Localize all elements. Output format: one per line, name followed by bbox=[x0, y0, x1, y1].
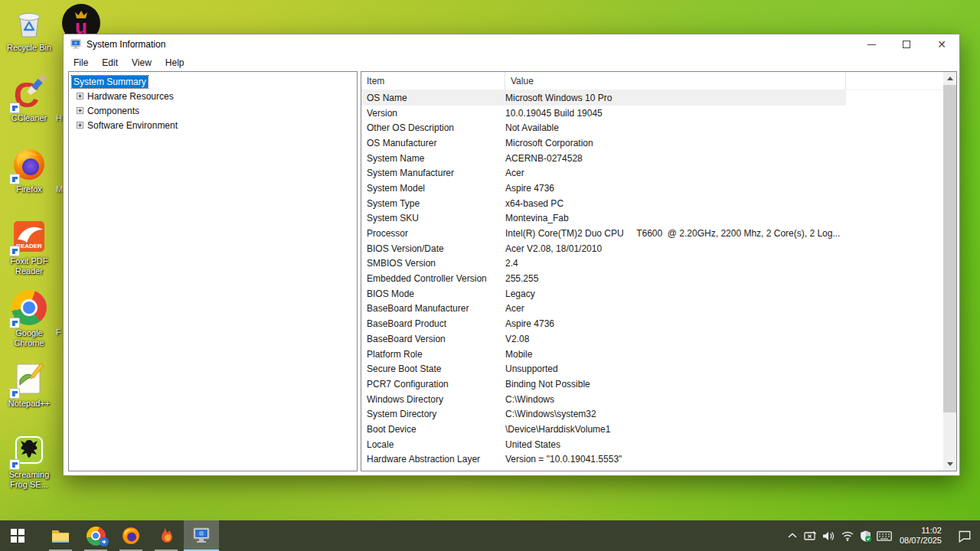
table-row[interactable]: BIOS Version/DateAcer V2.08, 18/01/2010 bbox=[361, 241, 846, 256]
table-row[interactable]: System ManufacturerAcer bbox=[361, 165, 846, 181]
tray-windows-security[interactable] bbox=[857, 520, 875, 551]
table-row[interactable]: Other OS DescriptionNot Available bbox=[361, 120, 846, 135]
menu-edit[interactable]: Edit bbox=[95, 56, 125, 70]
table-row[interactable]: BaseBoard VersionV2.08 bbox=[361, 331, 846, 347]
desktop-icon-label: Google Chrome bbox=[1, 328, 57, 348]
file-explorer-icon bbox=[51, 526, 70, 546]
tray-volume[interactable] bbox=[820, 520, 838, 551]
desktop-icon-ccleaner[interactable]: C CCleaner bbox=[1, 75, 57, 123]
tree-item-software-environment[interactable]: Software Environment bbox=[70, 118, 355, 132]
value-cell: Acer bbox=[505, 168, 846, 178]
start-button[interactable] bbox=[0, 520, 35, 551]
shortcut-arrow-icon bbox=[9, 459, 20, 470]
value-cell: V2.08 bbox=[505, 334, 846, 344]
expand-plus-icon[interactable] bbox=[77, 107, 83, 114]
shortcut-arrow-icon bbox=[9, 246, 20, 256]
title-bar[interactable]: System Information ✕ bbox=[64, 34, 959, 54]
category-tree: System Summary Hardware Resources Compon… bbox=[68, 71, 358, 471]
clock-date: 08/07/2025 bbox=[900, 536, 942, 546]
table-row[interactable]: Secure Boot StateUnsupported bbox=[361, 361, 846, 377]
tray-chevron-up[interactable] bbox=[783, 520, 802, 551]
item-cell: BaseBoard Product bbox=[361, 318, 505, 329]
table-row[interactable]: BaseBoard ProductAspire 4736 bbox=[361, 316, 846, 331]
security-shield-icon bbox=[859, 530, 872, 543]
taskbar-system-information-button[interactable] bbox=[184, 520, 219, 551]
value-cell: \Device\HarddiskVolume1 bbox=[505, 424, 846, 435]
table-row[interactable]: System DirectoryC:\Windows\system32 bbox=[361, 406, 846, 422]
table-row[interactable]: LocaleUnited States bbox=[361, 437, 846, 452]
table-row[interactable]: Hardware Abstraction LayerVersion = "10.… bbox=[361, 452, 846, 468]
item-cell: OS Manufacturer bbox=[361, 138, 505, 148]
value-cell: C:\Windows\system32 bbox=[505, 409, 846, 419]
desktop-icon-firefox[interactable]: Firefox bbox=[1, 146, 57, 194]
value-cell: ACERNB-0274528\User 4736C bbox=[505, 469, 846, 471]
table-row[interactable]: System Typex64-based PC bbox=[361, 196, 846, 211]
scroll-up-button[interactable] bbox=[943, 72, 956, 85]
menu-view[interactable]: View bbox=[125, 56, 158, 70]
desktop-icon-recycle-bin[interactable]: Recycle Bin bbox=[1, 5, 57, 53]
table-row[interactable]: Boot Device\Device\HarddiskVolume1 bbox=[361, 422, 846, 437]
item-cell: OS Name bbox=[361, 93, 505, 103]
item-cell: System Name bbox=[361, 153, 505, 164]
table-row[interactable]: System NameACERNB-0274528 bbox=[361, 151, 846, 166]
desktop-icon-label: Firefox bbox=[1, 184, 57, 194]
vertical-scrollbar[interactable] bbox=[943, 72, 956, 471]
window-title: System Information bbox=[87, 39, 165, 50]
minimize-button[interactable] bbox=[854, 34, 889, 54]
table-row[interactable]: System ModelAspire 4736 bbox=[361, 181, 846, 196]
table-row[interactable]: OS ManufacturerMicrosoft Corporation bbox=[361, 135, 846, 151]
menu-help[interactable]: Help bbox=[158, 56, 191, 70]
value-cell: ACERNB-0274528 bbox=[505, 153, 846, 164]
tree-item-components[interactable]: Components bbox=[70, 103, 355, 118]
column-header-item[interactable]: Item bbox=[361, 72, 505, 90]
shortcut-arrow-icon bbox=[9, 103, 20, 113]
desktop-icon-label: Screaming Frog SE... bbox=[1, 470, 57, 490]
speaker-icon bbox=[822, 530, 835, 542]
table-row[interactable]: OS NameMicrosoft Windows 10 Pro bbox=[361, 90, 846, 106]
taskbar-firefox-button[interactable] bbox=[113, 520, 149, 551]
desktop-icon-notepad-plus-plus[interactable]: Notepad++ bbox=[1, 360, 57, 409]
foxit-reader-icon: READER bbox=[11, 218, 47, 255]
list-rows: OS NameMicrosoft Windows 10 ProVersion10… bbox=[361, 90, 956, 471]
scroll-down-button[interactable] bbox=[943, 458, 956, 471]
menu-file[interactable]: File bbox=[67, 56, 95, 70]
column-header-value[interactable]: Value bbox=[505, 72, 846, 90]
table-row[interactable]: Platform RoleMobile bbox=[361, 347, 846, 362]
desktop-icon-google-chrome[interactable]: Google Chrome bbox=[1, 289, 57, 348]
table-row[interactable]: Windows DirectoryC:\Windows bbox=[361, 392, 846, 407]
table-row[interactable]: SMBIOS Version2.4 bbox=[361, 256, 846, 272]
close-button[interactable]: ✕ bbox=[924, 34, 959, 54]
scrollbar-thumb[interactable] bbox=[943, 85, 956, 412]
taskbar-flame-app-button[interactable] bbox=[149, 520, 184, 551]
desktop-icon-screaming-frog[interactable]: Screaming Frog SE... bbox=[1, 432, 57, 490]
tree-item-hardware-resources[interactable]: Hardware Resources bbox=[70, 89, 355, 103]
value-cell: C:\Windows bbox=[505, 394, 846, 405]
desktop-icon-foxit-pdf-reader[interactable]: READER Foxit PDF Reader bbox=[1, 218, 57, 276]
table-row[interactable]: ProcessorIntel(R) Core(TM)2 Duo CPU T660… bbox=[361, 226, 846, 241]
wifi-icon bbox=[841, 530, 854, 541]
expand-plus-icon[interactable] bbox=[77, 122, 83, 129]
table-row[interactable]: User NameACERNB-0274528\User 4736C bbox=[361, 467, 846, 471]
firefox-icon bbox=[11, 146, 47, 183]
taskbar-clock[interactable]: 11:02 08/07/2025 bbox=[893, 526, 949, 546]
tray-input-indicator[interactable] bbox=[802, 520, 820, 551]
tree-item-system-summary[interactable]: System Summary bbox=[70, 74, 355, 89]
shortcut-arrow-icon bbox=[9, 174, 20, 184]
table-row[interactable]: System SKUMontevina_Fab bbox=[361, 211, 846, 227]
table-row[interactable]: BIOS ModeLegacy bbox=[361, 286, 846, 302]
tray-touch-keyboard[interactable] bbox=[875, 520, 893, 551]
table-row[interactable]: BaseBoard ManufacturerAcer bbox=[361, 302, 846, 317]
tray-network[interactable] bbox=[838, 520, 857, 551]
maximize-button[interactable] bbox=[889, 34, 924, 54]
notepad-plus-plus-icon bbox=[11, 360, 47, 397]
value-cell: Unsupported bbox=[505, 364, 846, 374]
value-cell: United States bbox=[505, 439, 846, 450]
action-center-button[interactable] bbox=[949, 520, 980, 551]
table-row[interactable]: Version10.0.19045 Build 19045 bbox=[361, 106, 846, 121]
value-cell: Intel(R) Core(TM)2 Duo CPU T6600 @ 2.20G… bbox=[505, 228, 846, 239]
expand-plus-icon[interactable] bbox=[77, 93, 83, 99]
taskbar-file-explorer-button[interactable] bbox=[43, 520, 78, 551]
taskbar-chrome-button[interactable] bbox=[78, 520, 113, 551]
table-row[interactable]: Embedded Controller Version255.255 bbox=[361, 271, 846, 286]
table-row[interactable]: PCR7 ConfigurationBinding Not Possible bbox=[361, 377, 846, 392]
